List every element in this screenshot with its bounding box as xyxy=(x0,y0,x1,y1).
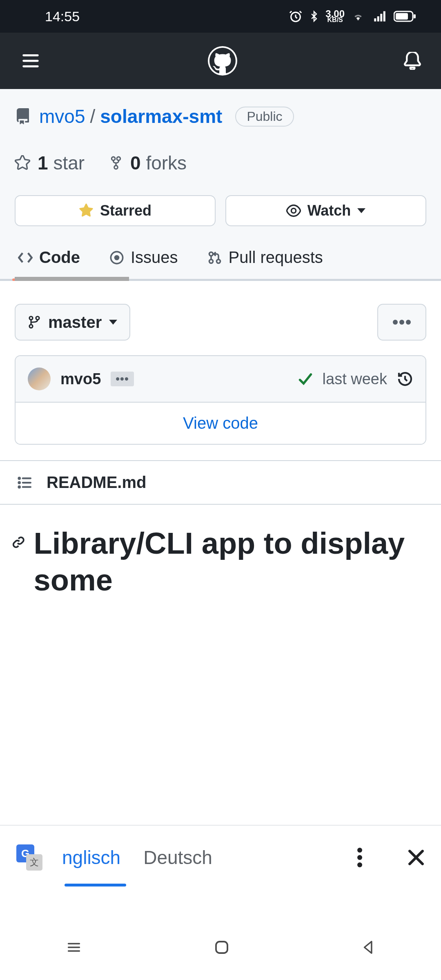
repo-owner-link[interactable]: mvo5 xyxy=(39,105,85,127)
svg-rect-40 xyxy=(216,942,227,953)
check-icon[interactable] xyxy=(298,372,313,386)
tab-pull-requests[interactable]: Pull requests xyxy=(204,244,326,271)
svg-rect-4 xyxy=(383,11,385,22)
battery-icon xyxy=(394,10,416,22)
caret-down-icon xyxy=(109,319,117,325)
commit-author[interactable]: mvo5 xyxy=(60,370,101,388)
repo-icon xyxy=(15,107,31,126)
repo-tabs: Code Issues Pull requests xyxy=(15,244,426,279)
repo-header: mvo5 / solarmax-smt Public 1 star 0 fork… xyxy=(0,89,441,281)
repo-title-row: mvo5 / solarmax-smt Public xyxy=(15,105,426,127)
caret-down-icon xyxy=(357,208,365,214)
android-recent-icon[interactable] xyxy=(65,940,83,955)
status-tray: 3.00 KB/S xyxy=(289,9,416,23)
fork-icon xyxy=(109,155,123,171)
translate-target-lang[interactable]: Deutsch xyxy=(140,829,216,886)
history-icon[interactable] xyxy=(397,371,413,387)
latest-commit-row[interactable]: mvo5 ••• last week xyxy=(16,356,425,402)
android-nav-bar xyxy=(0,915,441,980)
signal-icon xyxy=(372,10,388,22)
bluetooth-icon xyxy=(308,9,320,23)
github-logo[interactable] xyxy=(208,46,237,76)
svg-point-34 xyxy=(357,862,362,867)
android-status-bar: 14:55 3.00 KB/S xyxy=(0,0,441,33)
kebab-horizontal-icon xyxy=(393,320,411,325)
watch-button[interactable]: Watch xyxy=(225,195,426,226)
svg-rect-6 xyxy=(396,13,408,20)
svg-point-23 xyxy=(393,320,398,325)
readme-header[interactable]: README.md xyxy=(0,460,441,505)
google-translate-icon[interactable]: G 文 xyxy=(16,844,42,871)
readme-section: README.md Library/CLI app to display som… xyxy=(0,460,441,599)
visibility-badge: Public xyxy=(235,107,294,127)
svg-point-13 xyxy=(114,165,118,169)
menu-icon[interactable] xyxy=(20,51,42,70)
repo-slash: / xyxy=(90,105,95,127)
svg-point-26 xyxy=(19,477,20,479)
svg-point-17 xyxy=(209,252,213,256)
svg-point-32 xyxy=(357,848,362,853)
svg-point-22 xyxy=(29,325,33,328)
svg-point-33 xyxy=(357,855,362,860)
starred-label: Starred xyxy=(100,202,151,219)
svg-point-14 xyxy=(291,208,296,213)
svg-point-25 xyxy=(406,320,411,325)
svg-point-24 xyxy=(399,320,404,325)
pr-icon xyxy=(207,250,222,265)
svg-point-11 xyxy=(111,157,115,160)
star-filled-icon xyxy=(79,203,94,218)
svg-rect-7 xyxy=(414,14,416,18)
svg-point-16 xyxy=(115,256,119,259)
status-time: 14:55 xyxy=(45,9,80,24)
svg-rect-3 xyxy=(380,14,382,22)
issues-icon xyxy=(109,250,124,265)
starred-button[interactable]: Starred xyxy=(15,195,216,226)
svg-point-27 xyxy=(19,482,20,483)
avatar[interactable] xyxy=(28,368,51,390)
star-count[interactable]: 1 star xyxy=(15,152,85,174)
star-outline-icon xyxy=(15,155,30,171)
branch-selector[interactable]: master xyxy=(15,304,130,341)
notifications-icon[interactable] xyxy=(403,52,421,70)
translate-close-icon[interactable] xyxy=(408,849,425,866)
latest-commit-box: mvo5 ••• last week View code xyxy=(15,355,426,445)
watch-label: Watch xyxy=(307,202,351,219)
readme-filename: README.md xyxy=(47,473,146,492)
repo-name-link[interactable]: solarmax-smt xyxy=(100,105,222,127)
svg-point-21 xyxy=(36,316,39,320)
branch-icon xyxy=(28,315,41,330)
commit-message-expand[interactable]: ••• xyxy=(111,372,134,386)
android-home-icon[interactable] xyxy=(213,939,230,956)
code-area: master mvo5 ••• last week View code xyxy=(0,281,441,445)
readme-heading: Library/CLI app to display some xyxy=(34,525,430,599)
translate-source-lang[interactable]: nglisch xyxy=(59,829,124,886)
fork-count[interactable]: 0 forks xyxy=(109,152,187,174)
github-app-header xyxy=(0,33,441,89)
tab-issues[interactable]: Issues xyxy=(106,244,181,271)
commit-time: last week xyxy=(323,370,387,388)
readme-body: Library/CLI app to display some xyxy=(0,505,441,599)
svg-rect-1 xyxy=(374,18,376,22)
horizontal-scroll-indicator xyxy=(15,277,129,281)
repo-more-button[interactable] xyxy=(377,304,426,341)
eye-icon xyxy=(286,203,301,218)
link-icon[interactable] xyxy=(11,534,26,550)
code-icon xyxy=(18,250,33,265)
svg-point-18 xyxy=(209,259,213,263)
network-speed: 3.00 KB/S xyxy=(325,10,345,23)
repo-stats: 1 star 0 forks xyxy=(15,152,426,174)
svg-point-12 xyxy=(117,157,120,160)
branch-name: master xyxy=(48,313,102,332)
wifi-icon xyxy=(350,10,366,22)
repo-action-buttons: Starred Watch xyxy=(15,195,426,226)
svg-point-28 xyxy=(19,486,20,487)
alarm-icon xyxy=(289,9,303,23)
tab-code[interactable]: Code xyxy=(15,244,83,271)
translate-menu-icon[interactable] xyxy=(357,848,363,867)
svg-point-20 xyxy=(29,316,33,320)
chrome-translate-bar: G 文 nglisch Deutsch xyxy=(0,825,441,889)
android-back-icon[interactable] xyxy=(361,939,376,956)
svg-rect-2 xyxy=(377,16,379,22)
view-code-link[interactable]: View code xyxy=(16,402,425,444)
svg-point-19 xyxy=(216,259,220,263)
